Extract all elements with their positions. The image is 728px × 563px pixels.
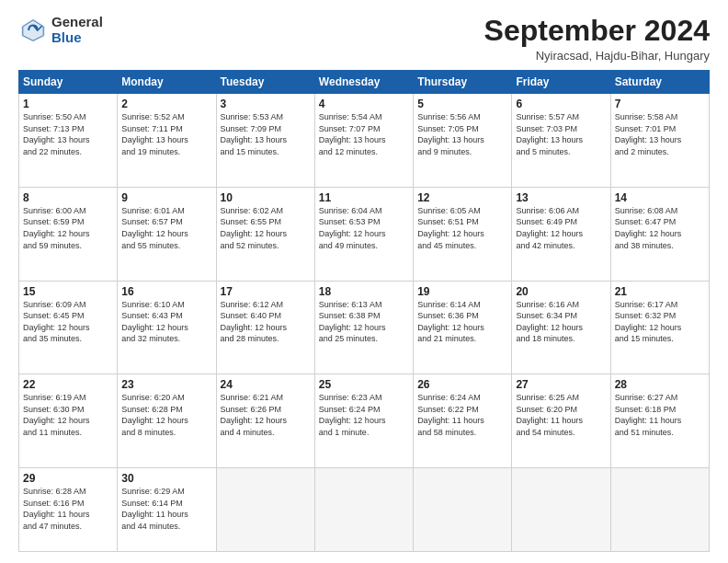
day-info: Sunrise: 6:02 AMSunset: 6:55 PMDaylight:… [221,206,288,250]
calendar-week-row: 29 Sunrise: 6:28 AMSunset: 6:16 PMDaylig… [19,467,710,551]
day-info: Sunrise: 6:06 AMSunset: 6:49 PMDaylight:… [516,206,583,250]
table-row: 18 Sunrise: 6:13 AMSunset: 6:38 PMDaylig… [314,281,413,374]
day-info: Sunrise: 5:52 AMSunset: 7:11 PMDaylight:… [121,112,188,156]
header-tuesday: Tuesday [216,71,314,94]
table-row: 19 Sunrise: 6:14 AMSunset: 6:36 PMDaylig… [414,281,512,374]
day-number: 23 [121,378,211,391]
table-row: 26 Sunrise: 6:24 AMSunset: 6:22 PMDaylig… [414,374,512,468]
day-number: 9 [121,191,211,204]
table-row: 23 Sunrise: 6:20 AMSunset: 6:28 PMDaylig… [118,374,216,468]
table-row: 7 Sunrise: 5:58 AMSunset: 7:01 PMDayligh… [610,94,709,188]
day-number: 11 [319,191,409,204]
day-info: Sunrise: 6:24 AMSunset: 6:22 PMDaylight:… [417,393,484,437]
calendar-table: Sunday Monday Tuesday Wednesday Thursday… [18,70,710,552]
day-number: 29 [23,472,113,485]
day-info: Sunrise: 5:56 AMSunset: 7:05 PMDaylight:… [417,112,484,156]
header-thursday: Thursday [414,71,512,94]
table-row: 21 Sunrise: 6:17 AMSunset: 6:32 PMDaylig… [610,281,709,374]
day-number: 5 [417,98,507,110]
day-number: 12 [417,191,507,204]
day-info: Sunrise: 6:05 AMSunset: 6:51 PMDaylight:… [417,206,484,250]
day-number: 1 [23,98,113,110]
table-row: 1 Sunrise: 5:50 AMSunset: 7:13 PMDayligh… [19,94,118,188]
day-info: Sunrise: 6:14 AMSunset: 6:36 PMDaylight:… [417,300,484,344]
day-number: 21 [615,285,705,298]
day-number: 25 [319,378,409,391]
day-number: 7 [615,98,705,110]
day-number: 19 [417,285,507,298]
svg-marker-0 [21,18,45,42]
header: General Blue September 2024 Nyiracsad, H… [18,15,710,63]
table-row: 4 Sunrise: 5:54 AMSunset: 7:07 PMDayligh… [314,94,413,188]
header-saturday: Saturday [610,71,709,94]
day-number: 3 [221,98,311,110]
day-info: Sunrise: 6:09 AMSunset: 6:45 PMDaylight:… [23,300,90,344]
day-info: Sunrise: 6:16 AMSunset: 6:34 PMDaylight:… [516,300,583,344]
day-number: 2 [121,98,211,110]
day-number: 15 [23,285,113,298]
day-number: 17 [221,285,311,298]
logo-icon [18,16,48,45]
day-number: 14 [615,191,705,204]
day-info: Sunrise: 5:57 AMSunset: 7:03 PMDaylight:… [516,112,583,156]
table-row: 12 Sunrise: 6:05 AMSunset: 6:51 PMDaylig… [414,187,512,281]
day-info: Sunrise: 6:20 AMSunset: 6:28 PMDaylight:… [121,393,188,437]
day-info: Sunrise: 6:29 AMSunset: 6:14 PMDaylight:… [121,487,188,531]
weekday-header-row: Sunday Monday Tuesday Wednesday Thursday… [19,71,710,94]
table-row: 6 Sunrise: 5:57 AMSunset: 7:03 PMDayligh… [512,94,610,188]
table-row: 22 Sunrise: 6:19 AMSunset: 6:30 PMDaylig… [19,374,118,468]
table-row: 3 Sunrise: 5:53 AMSunset: 7:09 PMDayligh… [216,94,314,188]
table-row: 14 Sunrise: 6:08 AMSunset: 6:47 PMDaylig… [610,187,709,281]
day-number: 24 [221,378,311,391]
table-row: 2 Sunrise: 5:52 AMSunset: 7:11 PMDayligh… [118,94,216,188]
month-title: September 2024 [484,15,710,47]
location-subtitle: Nyiracsad, Hajdu-Bihar, Hungary [484,49,710,63]
table-row [414,467,512,551]
table-row: 15 Sunrise: 6:09 AMSunset: 6:45 PMDaylig… [19,281,118,374]
day-info: Sunrise: 6:08 AMSunset: 6:47 PMDaylight:… [615,206,682,250]
table-row: 5 Sunrise: 5:56 AMSunset: 7:05 PMDayligh… [414,94,512,188]
day-info: Sunrise: 5:50 AMSunset: 7:13 PMDaylight:… [23,112,90,156]
table-row [314,467,413,551]
day-info: Sunrise: 6:19 AMSunset: 6:30 PMDaylight:… [23,393,90,437]
day-number: 26 [417,378,507,391]
day-info: Sunrise: 6:25 AMSunset: 6:20 PMDaylight:… [516,393,583,437]
table-row: 29 Sunrise: 6:28 AMSunset: 6:16 PMDaylig… [19,467,118,551]
day-info: Sunrise: 6:04 AMSunset: 6:53 PMDaylight:… [319,206,386,250]
table-row [610,467,709,551]
day-info: Sunrise: 6:28 AMSunset: 6:16 PMDaylight:… [23,487,90,531]
table-row [216,467,314,551]
day-number: 20 [516,285,606,298]
day-info: Sunrise: 6:21 AMSunset: 6:26 PMDaylight:… [221,393,288,437]
title-block: September 2024 Nyiracsad, Hajdu-Bihar, H… [484,15,710,63]
day-number: 8 [23,191,113,204]
day-info: Sunrise: 6:13 AMSunset: 6:38 PMDaylight:… [319,300,386,344]
day-number: 16 [121,285,211,298]
table-row: 28 Sunrise: 6:27 AMSunset: 6:18 PMDaylig… [610,374,709,468]
table-row: 17 Sunrise: 6:12 AMSunset: 6:40 PMDaylig… [216,281,314,374]
logo-text: General Blue [51,15,103,45]
day-info: Sunrise: 6:27 AMSunset: 6:18 PMDaylight:… [615,393,682,437]
day-info: Sunrise: 6:01 AMSunset: 6:57 PMDaylight:… [121,206,188,250]
table-row: 16 Sunrise: 6:10 AMSunset: 6:43 PMDaylig… [118,281,216,374]
table-row: 24 Sunrise: 6:21 AMSunset: 6:26 PMDaylig… [216,374,314,468]
logo-blue-text: Blue [51,30,103,46]
header-wednesday: Wednesday [314,71,413,94]
day-number: 4 [319,98,409,110]
table-row: 13 Sunrise: 6:06 AMSunset: 6:49 PMDaylig… [512,187,610,281]
table-row: 9 Sunrise: 6:01 AMSunset: 6:57 PMDayligh… [118,187,216,281]
day-info: Sunrise: 6:00 AMSunset: 6:59 PMDaylight:… [23,206,90,250]
day-info: Sunrise: 5:54 AMSunset: 7:07 PMDaylight:… [319,112,386,156]
table-row: 8 Sunrise: 6:00 AMSunset: 6:59 PMDayligh… [19,187,118,281]
day-number: 27 [516,378,606,391]
day-info: Sunrise: 6:10 AMSunset: 6:43 PMDaylight:… [121,300,188,344]
day-number: 13 [516,191,606,204]
day-info: Sunrise: 5:58 AMSunset: 7:01 PMDaylight:… [615,112,682,156]
table-row: 30 Sunrise: 6:29 AMSunset: 6:14 PMDaylig… [118,467,216,551]
logo-general-text: General [51,15,103,30]
day-number: 6 [516,98,606,110]
day-info: Sunrise: 6:12 AMSunset: 6:40 PMDaylight:… [221,300,288,344]
table-row: 20 Sunrise: 6:16 AMSunset: 6:34 PMDaylig… [512,281,610,374]
table-row: 27 Sunrise: 6:25 AMSunset: 6:20 PMDaylig… [512,374,610,468]
day-info: Sunrise: 6:23 AMSunset: 6:24 PMDaylight:… [319,393,386,437]
